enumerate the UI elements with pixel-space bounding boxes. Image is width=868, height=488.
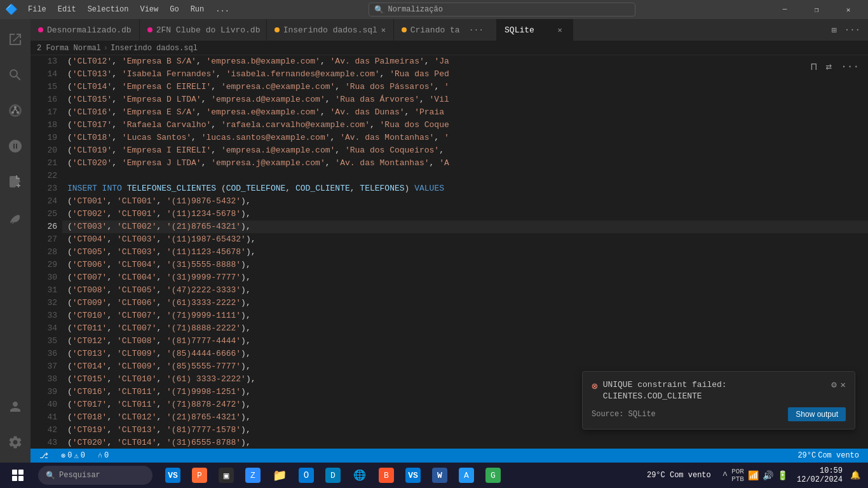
taskbar-app-files[interactable]: 📁	[267, 463, 292, 488]
taskbar-app-app2[interactable]: G	[480, 463, 506, 488]
title-bar-right: ─ ❐ ✕	[770, 0, 863, 19]
menu-edit[interactable]: Edit	[53, 4, 81, 15]
status-bar-left: ⎇ ⊗ 0 ⚠ 0 ⑃ 0	[36, 449, 112, 463]
line-number: 36	[36, 348, 57, 360]
line-number: 33	[36, 309, 57, 322]
open-changes-icon[interactable]: ⇄	[824, 59, 835, 74]
taskbar-search-bar[interactable]: 🔍 Pesquisar	[38, 466, 153, 485]
tab-2fn[interactable]: 2FN Clube do Livro.db	[140, 19, 267, 41]
breadcrumb-part1[interactable]: 2 Forma Normal	[37, 44, 101, 53]
title-bar: 🔷 File Edit Selection View Go Run ... 🔍 …	[0, 0, 868, 19]
line-number: 19	[36, 132, 57, 144]
windows-start-button[interactable]	[5, 463, 31, 488]
status-git-branch[interactable]: ⎇	[36, 449, 52, 463]
svg-point-0	[14, 106, 17, 109]
taskbar-app-zoom[interactable]: Z	[240, 463, 266, 488]
code-line: INSERT INTO TELEFONES_CLIENTES (COD_TELE…	[62, 182, 868, 195]
notification-settings-icon[interactable]: ⚙	[831, 379, 836, 390]
taskbar-sound-icon[interactable]: 🔊	[763, 470, 773, 481]
taskbar-battery-icon[interactable]: 🔋	[777, 470, 788, 481]
tab-sqlite[interactable]: SQLite ✕	[497, 19, 573, 41]
taskbar-network-icon[interactable]: 📶	[748, 470, 759, 481]
menu-selection[interactable]: Selection	[83, 4, 134, 15]
app2-taskbar-icon: G	[485, 468, 501, 483]
code-line	[62, 170, 868, 182]
menu-file[interactable]: File	[23, 4, 51, 15]
notification-footer: Source: SQLite Show output	[592, 407, 846, 421]
taskbar-app-terminal[interactable]: ▣	[214, 463, 239, 488]
main-layout: Desnormalizado.db 2FN Clube do Livro.db …	[0, 19, 868, 463]
code-line: ('CLT019', 'Empresa I EIRELI', 'empresa.…	[62, 144, 868, 157]
taskbar-lang[interactable]: PORPTB	[731, 468, 744, 483]
tab-inserindo[interactable]: Inserindo dados.sql ✕	[267, 19, 394, 41]
code-line: ('CLT013', 'Isabela Fernandes', 'isabela…	[62, 68, 868, 81]
breadcrumb-part2[interactable]: Inserindo dados.sql	[111, 44, 198, 53]
menu-run[interactable]: Run	[186, 4, 210, 15]
status-sync[interactable]: ⑃ 0	[94, 449, 112, 463]
minimize-button[interactable]: ─	[770, 0, 799, 19]
menu-view[interactable]: View	[135, 4, 163, 15]
activity-bar-bottom	[0, 391, 31, 463]
activity-settings[interactable]	[0, 427, 31, 458]
line-number: 32	[36, 297, 57, 309]
activity-accounts[interactable]	[0, 391, 31, 422]
activity-search[interactable]	[0, 60, 31, 90]
taskbar-app-chrome[interactable]: 🌐	[347, 463, 372, 488]
more-actions-icon[interactable]: ···	[838, 60, 862, 74]
tab-layout-icon[interactable]: ⊞	[829, 24, 839, 37]
taskbar-chevron-icon[interactable]: ^	[722, 470, 728, 480]
split-editor-icon[interactable]: ⊓	[808, 59, 820, 74]
menu-more[interactable]: ...	[210, 4, 234, 15]
status-weather[interactable]: 29°C Com vento	[794, 449, 863, 463]
taskbar-app-word[interactable]: W	[427, 463, 452, 488]
taskbar-app-dell[interactable]: D	[320, 463, 346, 488]
line-number: 16	[36, 93, 57, 106]
editor-toolbar: ⊓ ⇄ ···	[808, 59, 862, 74]
activity-explorer[interactable]	[0, 24, 31, 55]
close-button[interactable]: ✕	[834, 0, 863, 19]
svg-line-4	[15, 109, 17, 111]
editor-content[interactable]: ⊓ ⇄ ··· 13 14 15 16 17 18 19 20 21 22 23…	[31, 55, 868, 449]
breadcrumb-separator: ›	[104, 44, 108, 53]
line-number: 15	[36, 81, 57, 93]
vscode-app-icon: 🔷	[5, 3, 18, 16]
activity-git[interactable]	[0, 95, 31, 126]
code-line: ('CT012', 'CLT008', '(81)7777-4444'),	[62, 335, 868, 348]
activity-leaf[interactable]	[0, 202, 31, 233]
line-number: 43	[36, 437, 57, 449]
taskbar-notification-icon[interactable]: 🔔	[848, 470, 863, 480]
menu-go[interactable]: Go	[165, 4, 184, 15]
taskbar-app-vscode2[interactable]: VS	[400, 463, 426, 488]
outlook-taskbar-icon: O	[299, 468, 314, 483]
taskbar-time: 10:59	[797, 466, 843, 475]
tab-overflow-icon[interactable]: ···	[842, 24, 863, 36]
taskbar-clock[interactable]: 10:59 12/02/2024	[794, 466, 845, 484]
show-output-button[interactable]: Show output	[788, 407, 846, 421]
warning-icon: ⚠	[74, 451, 78, 461]
notification-close-icon[interactable]: ✕	[841, 379, 846, 390]
tab-more-icon[interactable]: ···	[464, 25, 489, 35]
status-errors[interactable]: ⊗ 0 ⚠ 0	[57, 449, 89, 463]
line-number: 20	[36, 144, 57, 157]
taskbar-app-app1[interactable]: A	[454, 463, 479, 488]
tab-close-icon[interactable]: ✕	[381, 25, 386, 35]
prelauncher-taskbar-icon: P	[192, 468, 207, 483]
taskbar-app-brave[interactable]: B	[374, 463, 399, 488]
notification-error-icon: ⊗	[592, 380, 598, 393]
tab-close-icon[interactable]: ✕	[555, 25, 565, 35]
code-line: ('CLT017', 'Rafaela Carvalho', 'rafaela.…	[62, 119, 868, 132]
activity-extensions[interactable]	[0, 166, 31, 197]
title-bar-left: 🔷 File Edit Selection View Go Run ...	[5, 3, 234, 16]
taskbar-app-vscode[interactable]: VS	[160, 463, 186, 488]
activity-debug[interactable]	[0, 131, 31, 161]
svg-point-2	[17, 111, 19, 114]
search-text: Normalização	[388, 5, 442, 14]
vscode-taskbar-icon: VS	[165, 468, 180, 483]
tab-criando[interactable]: Criando ta ···	[394, 19, 497, 41]
taskbar-app-prelauncher[interactable]: P	[187, 463, 212, 488]
taskbar: 🔍 Pesquisar VS P ▣ Z 📁 O D 🌐 B V	[0, 463, 868, 488]
tab-desnormalizado[interactable]: Desnormalizado.db	[31, 19, 140, 41]
taskbar-app-outlook[interactable]: O	[294, 463, 319, 488]
title-search-bar[interactable]: 🔍 Normalização	[369, 3, 635, 17]
maximize-button[interactable]: ❐	[802, 0, 831, 19]
